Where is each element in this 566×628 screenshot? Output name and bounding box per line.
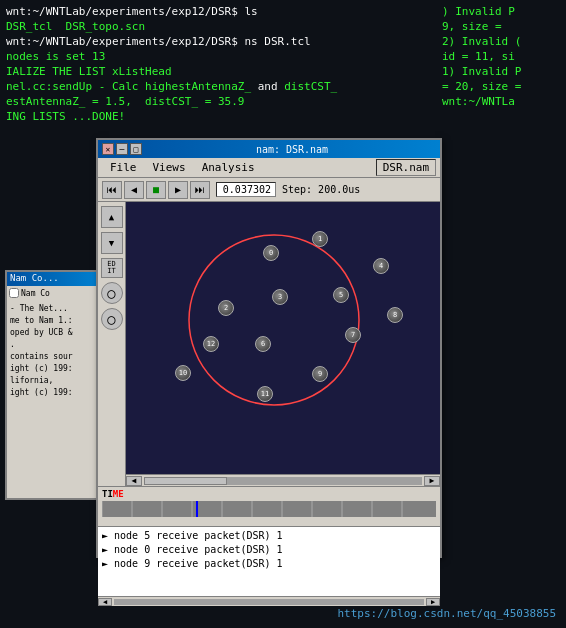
scroll-left-button[interactable]: ◀ [126, 476, 142, 486]
timeline-header: TI ME [98, 487, 440, 501]
timeline-label-2: ME [113, 489, 124, 499]
node-circle-10: 10 [175, 365, 191, 381]
watermark: https://blog.csdn.net/qq_45038855 [337, 607, 556, 620]
log-line-3: ► node 9 receive packet(DSR) 1 [102, 557, 436, 571]
node-circle-1: 1 [312, 231, 328, 247]
node-circle-9: 9 [312, 366, 328, 382]
nam-body: ▲ ▼ EDIT ○ ○ 0 1 2 [98, 202, 440, 486]
fast-forward-button[interactable]: ⏭ [190, 181, 210, 199]
right-line-3: 2) Invalid ( [442, 34, 560, 49]
log-area: ► node 5 receive packet(DSR) 1 ► node 0 … [98, 526, 440, 596]
log-line-1: ► node 5 receive packet(DSR) 1 [102, 529, 436, 543]
right-line-1: ) Invalid P [442, 4, 560, 19]
right-line-4: id = 11, si [442, 49, 560, 64]
timeline-area: TI ME [98, 486, 440, 526]
right-line-2: 9, size = [442, 19, 560, 34]
network-canvas[interactable]: 0 1 2 3 4 5 6 [126, 202, 440, 474]
timeline-ticks [102, 501, 436, 517]
rewind-button[interactable]: ◀ [124, 181, 144, 199]
about-line-2: me to Nam 1.: [10, 315, 95, 327]
edit-button[interactable]: EDIT [101, 258, 123, 278]
scroll-right-button[interactable]: ▶ [424, 476, 440, 486]
right-line-7: wnt:~/WNTLa [442, 94, 560, 109]
play-button[interactable]: ▶ [168, 181, 188, 199]
playback-toolbar: ⏮ ◀ ■ ▶ ⏭ 0.037302 Step: 200.0us [98, 178, 440, 202]
scrollbar-thumb[interactable] [144, 477, 227, 485]
node-circle-0: 0 [263, 245, 279, 261]
node-circle-3: 3 [272, 289, 288, 305]
node-circle-7: 7 [345, 327, 361, 343]
log-scroll-left[interactable]: ◀ [98, 598, 112, 606]
node-circle-8: 8 [387, 307, 403, 323]
filename-display: DSR.nam [376, 159, 436, 176]
menu-file[interactable]: File [102, 160, 145, 175]
nam-window: ✕ ─ □ nam: DSR.nam File Views Analysis D… [96, 138, 442, 558]
log-container: ► node 5 receive packet(DSR) 1 ► node 0 … [98, 526, 440, 606]
node-3[interactable]: 3 [271, 288, 289, 306]
scrollbar-track[interactable] [144, 477, 422, 485]
node-9[interactable]: 9 [311, 365, 329, 383]
nam-titlebar: ✕ ─ □ nam: DSR.nam [98, 140, 440, 158]
timeline-bar[interactable] [102, 501, 436, 517]
rewind-fast-button[interactable]: ⏮ [102, 181, 122, 199]
stop-button[interactable]: ■ [146, 181, 166, 199]
node-circle-5: 5 [333, 287, 349, 303]
about-line-7: lifornia, [10, 375, 95, 387]
menu-analysis[interactable]: Analysis [194, 160, 263, 175]
about-window: Nam Co... Nam Co - The Net... me to Nam … [5, 270, 100, 500]
down-button[interactable]: ▼ [101, 232, 123, 254]
about-line-5: contains sour [10, 351, 95, 363]
maximize-button[interactable]: □ [130, 143, 142, 155]
circle-tool-button[interactable]: ○ [101, 282, 123, 304]
node-4[interactable]: 4 [372, 257, 390, 275]
node-10[interactable]: 10 [174, 364, 192, 382]
menu-views[interactable]: Views [145, 160, 194, 175]
about-line-8: ight (c) 199: [10, 387, 95, 399]
node-circle-2: 2 [218, 300, 234, 316]
about-line-6: ight (c) 199: [10, 363, 95, 375]
select-tool-button[interactable]: ○ [101, 308, 123, 330]
about-titlebar: Nam Co... [7, 272, 98, 286]
timeline-label: TI [102, 489, 113, 499]
node-6[interactable]: 6 [254, 335, 272, 353]
titlebar-buttons: ✕ ─ □ [102, 143, 142, 155]
close-button[interactable]: ✕ [102, 143, 114, 155]
about-line-4: . [10, 339, 95, 351]
node-1[interactable]: 1 [311, 230, 329, 248]
node-12[interactable]: 12 [202, 335, 220, 353]
node-5[interactable]: 5 [332, 286, 350, 304]
up-button[interactable]: ▲ [101, 206, 123, 228]
log-scroll-right[interactable]: ▶ [426, 598, 440, 606]
node-2[interactable]: 2 [217, 299, 235, 317]
side-panel: ▲ ▼ EDIT ○ ○ [98, 202, 126, 486]
window-title: nam: DSR.nam [148, 144, 436, 155]
log-scrollbar-track[interactable] [114, 599, 424, 605]
log-line-2: ► node 0 receive packet(DSR) 1 [102, 543, 436, 557]
time-display: 0.037302 [216, 182, 276, 197]
about-line-3: oped by UCB & [10, 327, 95, 339]
about-line-1: - The Net... [10, 303, 95, 315]
about-checkbox-label: Nam Co [21, 289, 50, 298]
node-0[interactable]: 0 [262, 244, 280, 262]
right-line-5: 1) Invalid P [442, 64, 560, 79]
minimize-button[interactable]: ─ [116, 143, 128, 155]
menu-bar: File Views Analysis DSR.nam [98, 158, 440, 178]
node-8[interactable]: 8 [386, 306, 404, 324]
node-7[interactable]: 7 [344, 326, 362, 344]
node-11[interactable]: 11 [256, 385, 274, 403]
about-content: - The Net... me to Nam 1.: oped by UCB &… [7, 300, 98, 402]
canvas-scrollbar-h[interactable]: ◀ ▶ [126, 474, 440, 486]
node-circle-11: 11 [257, 386, 273, 402]
range-circle-svg [126, 202, 440, 474]
right-line-6: = 20, size = [442, 79, 560, 94]
node-circle-6: 6 [255, 336, 271, 352]
node-circle-4: 4 [373, 258, 389, 274]
log-scrollbar[interactable]: ◀ ▶ [98, 596, 440, 606]
node-circle-12: 12 [203, 336, 219, 352]
step-display: Step: 200.0us [278, 183, 364, 196]
nam-checkbox[interactable] [9, 288, 19, 298]
